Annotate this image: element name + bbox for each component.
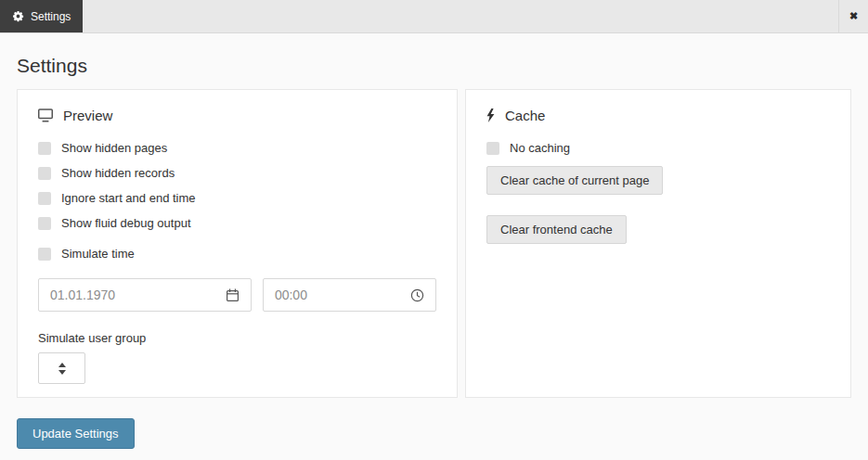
settings-page: Settings Preview Show hidden pages Show … xyxy=(0,55,868,449)
close-icon[interactable]: ✖ xyxy=(839,0,868,32)
chevron-down-icon xyxy=(58,370,66,375)
simulate-user-group-select[interactable] xyxy=(38,352,85,384)
checkbox[interactable] xyxy=(38,167,51,180)
panels-row: Preview Show hidden pages Show hidden re… xyxy=(17,89,851,398)
checkbox-row-no-caching[interactable]: No caching xyxy=(486,141,570,155)
simulate-date-input[interactable]: 01.01.1970 xyxy=(38,278,252,312)
checkbox[interactable] xyxy=(486,142,499,155)
simulate-user-group-label: Simulate user group xyxy=(38,331,436,345)
page-title: Settings xyxy=(17,55,851,77)
checkbox-label: Show hidden pages xyxy=(61,141,167,155)
monitor-icon xyxy=(38,109,53,122)
cache-panel: Cache No caching Clear cache of current … xyxy=(465,89,851,398)
clock-icon[interactable] xyxy=(410,288,424,302)
checkbox-row-show-hidden-pages[interactable]: Show hidden pages xyxy=(38,141,167,155)
checkbox-label: Ignore start and end time xyxy=(61,191,196,205)
tab-settings[interactable]: Settings xyxy=(0,0,83,32)
date-value: 01.01.1970 xyxy=(50,288,115,302)
tab-settings-label: Settings xyxy=(31,10,71,23)
preview-panel-header: Preview xyxy=(38,108,436,123)
checkbox[interactable] xyxy=(38,248,51,261)
calendar-icon[interactable] xyxy=(226,288,240,302)
checkbox-row-ignore-start-end-time[interactable]: Ignore start and end time xyxy=(38,191,196,205)
checkbox-row-show-fluid-debug-output[interactable]: Show fluid debug output xyxy=(38,216,191,230)
preview-panel: Preview Show hidden pages Show hidden re… xyxy=(17,89,458,398)
preview-panel-title: Preview xyxy=(63,108,112,123)
admin-panel-tab-bar: Settings ✖ xyxy=(0,0,868,33)
chevron-up-icon xyxy=(58,363,66,367)
checkbox[interactable] xyxy=(38,142,51,155)
simulate-time-inputs: 01.01.1970 00:00 xyxy=(38,278,436,312)
checkbox-label: Simulate time xyxy=(61,247,135,261)
checkbox-label: No caching xyxy=(510,141,570,155)
simulate-time-input[interactable]: 00:00 xyxy=(263,278,436,312)
clear-cache-current-page-button[interactable]: Clear cache of current page xyxy=(486,166,663,195)
clear-frontend-cache-button[interactable]: Clear frontend cache xyxy=(486,215,627,244)
checkbox[interactable] xyxy=(38,192,51,205)
checkbox[interactable] xyxy=(38,217,51,230)
cache-panel-header: Cache xyxy=(486,108,830,123)
tab-bar-spacer xyxy=(83,0,838,32)
cache-panel-title: Cache xyxy=(505,108,545,123)
checkbox-label: Show hidden records xyxy=(61,166,175,180)
update-settings-button[interactable]: Update Settings xyxy=(17,418,135,449)
lightning-icon xyxy=(486,109,495,122)
checkbox-row-simulate-time[interactable]: Simulate time xyxy=(38,247,135,261)
time-value: 00:00 xyxy=(275,288,307,302)
gear-icon xyxy=(12,10,24,22)
checkbox-label: Show fluid debug output xyxy=(61,216,191,230)
checkbox-row-show-hidden-records[interactable]: Show hidden records xyxy=(38,166,175,180)
